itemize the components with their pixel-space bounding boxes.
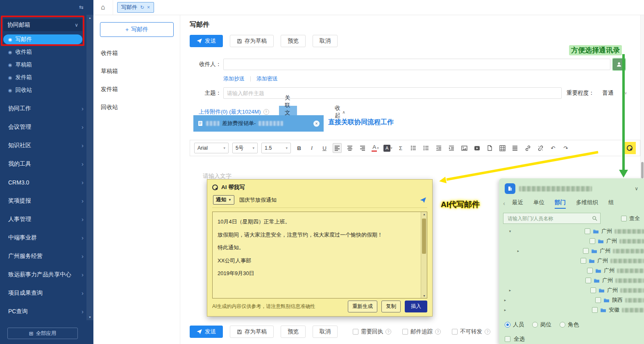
sidebar-item-pc-query[interactable]: PC查询› — [0, 302, 93, 321]
font-color-button[interactable]: A ▾ — [371, 143, 380, 153]
tree-checkbox[interactable] — [595, 297, 601, 303]
save-draft-button[interactable]: 存为草稿 — [230, 326, 274, 338]
sidebar-item-drafts[interactable]: ◉ 草稿箱 — [3, 60, 82, 70]
formula-button[interactable]: Σ — [396, 143, 405, 153]
ordered-list-button[interactable] — [409, 143, 418, 153]
radio-person[interactable]: 人员 — [505, 321, 524, 328]
tree-checkbox[interactable] — [587, 268, 593, 273]
tree-closed-icon[interactable]: ▸ — [503, 298, 507, 302]
scroll-up-icon[interactable]: ▲ — [421, 213, 427, 216]
scroll-up-icon[interactable]: ▲ — [86, 16, 93, 19]
related-doc-chip[interactable]: 差旅费报销单- × — [193, 115, 324, 132]
tree-row[interactable]: ▸ 陕西 — [499, 295, 644, 305]
sidebar-item-gz-service[interactable]: 广州服务经营› — [0, 247, 93, 265]
tree-row[interactable]: 广州 — [499, 236, 644, 246]
contact-search-input[interactable] — [507, 215, 590, 222]
sidebar-item-compose[interactable]: ◉ 写邮件 — [3, 34, 82, 44]
sidebar-item-crm[interactable]: CRM3.0› — [0, 173, 93, 191]
tab-department[interactable]: 部门 — [555, 199, 566, 209]
remove-link-button[interactable] — [536, 143, 545, 153]
tree-checkbox[interactable] — [590, 238, 595, 244]
underline-button[interactable]: U — [320, 143, 329, 153]
bullet-list-button[interactable] — [422, 143, 431, 153]
save-draft-button[interactable]: 存为草稿 — [230, 35, 274, 47]
folder-inbox[interactable]: 收件箱 — [93, 44, 180, 62]
search-all-checkbox[interactable] — [621, 216, 627, 221]
scroll-down-icon[interactable]: ▼ — [421, 294, 427, 297]
ai-insert-button[interactable]: 插入 — [405, 301, 427, 312]
select-all-row[interactable]: 全选 — [505, 335, 525, 343]
tree-row[interactable]: ▸ 广州 — [499, 285, 644, 295]
radio-dot[interactable] — [560, 322, 565, 328]
undo-button[interactable]: ↶ — [549, 143, 558, 153]
noforward-checkbox[interactable] — [452, 329, 458, 335]
track-checkbox[interactable] — [402, 329, 408, 335]
ai-send-icon[interactable] — [420, 197, 426, 203]
bold-button[interactable]: B — [295, 143, 304, 153]
all-apps-button[interactable]: ⊞ 全部应用 — [7, 328, 78, 339]
ai-assistant-button[interactable] — [624, 142, 636, 154]
radio-dot[interactable] — [505, 322, 510, 328]
option-track[interactable]: 邮件追踪 ? — [402, 328, 441, 335]
folder-sent[interactable]: 发件箱 — [93, 80, 180, 98]
folder-drafts[interactable]: 草稿箱 — [93, 62, 180, 80]
option-receipt[interactable]: 需要回执 ? — [353, 328, 391, 335]
folder-trash[interactable]: 回收站 — [93, 98, 180, 116]
sidebar-item-awards[interactable]: 奖项提报› — [0, 191, 93, 210]
sidebar-item-share-center[interactable]: 致远薪事力产品共享中心› — [0, 265, 93, 284]
preview-button[interactable]: 预览 — [281, 35, 306, 47]
tree-row[interactable]: 广州 — [499, 256, 644, 266]
ai-content-scrollbar[interactable]: ▲ ▼ — [421, 212, 427, 298]
align-right-button[interactable] — [358, 143, 367, 153]
sidebar-scrollbar[interactable]: ▲ ▼ — [86, 15, 93, 320]
italic-button[interactable]: I — [307, 143, 316, 153]
option-noforward[interactable]: 不可转发 ? — [452, 328, 490, 335]
radio-position[interactable]: 岗位 — [532, 321, 551, 328]
sidebar-item-trash[interactable]: ◉ 回收站 — [3, 85, 82, 95]
upload-attachment-tab[interactable]: 上传附件(0) (最大1024M) ? — [199, 108, 269, 116]
indent-button[interactable] — [447, 143, 456, 153]
tab-unit[interactable]: 单位 — [533, 199, 544, 209]
outdent-button[interactable] — [434, 143, 443, 153]
font-size-select[interactable]: 5号 ▾ — [232, 143, 258, 153]
tree-row[interactable]: 广州 — [499, 276, 644, 285]
tab-recent[interactable]: 最近 — [512, 199, 523, 209]
insert-link-button[interactable] — [523, 143, 532, 153]
cancel-button[interactable]: 取消 — [313, 326, 338, 338]
add-cc-link[interactable]: 添加抄送 — [223, 75, 245, 82]
sidebar-item-inbox[interactable]: ◉ 收件箱 — [3, 47, 82, 57]
remove-attachment-icon[interactable]: × — [313, 121, 320, 127]
recipient-input[interactable] — [223, 59, 610, 70]
tree-row[interactable]: ▸ 安徽 — [499, 305, 644, 315]
refresh-icon[interactable]: ↻ — [140, 5, 144, 10]
align-center-button[interactable] — [345, 143, 354, 153]
ai-regenerate-button[interactable]: 重新生成 — [348, 301, 377, 312]
line-height-select[interactable]: 1.5 ▾ — [261, 143, 291, 153]
sidebar-collapse-icon[interactable]: ⇆ — [79, 4, 84, 10]
receipt-checkbox[interactable] — [353, 329, 358, 335]
insert-image-button[interactable] — [460, 143, 469, 153]
scrollbar-thumb[interactable] — [422, 219, 426, 254]
sidebar-item-my-tools[interactable]: 我的工具› — [0, 155, 93, 173]
font-family-select[interactable]: Arial ▾ — [194, 143, 229, 153]
ai-copy-button[interactable]: 复制 — [381, 301, 401, 312]
ai-generated-content[interactable]: 10月4日（星期四）正常上班。 放假期间，请大家注意安全，注意节约，祝大家度过一… — [212, 212, 427, 298]
radio-role[interactable]: 角色 — [560, 321, 579, 328]
contact-org-header[interactable]: ∨ — [499, 178, 644, 196]
tree-checkbox[interactable] — [581, 258, 586, 264]
redo-button[interactable]: ↷ — [561, 143, 570, 153]
send-button[interactable]: 发送 — [190, 35, 223, 47]
background-color-button[interactable]: A ▾ — [383, 143, 392, 153]
sidebar-group-mailbox[interactable]: 协同邮箱 ∨ — [3, 19, 82, 31]
ai-type-select[interactable]: 通知 ▼ — [213, 195, 234, 205]
tree-checkbox[interactable] — [585, 278, 591, 283]
tree-open-icon[interactable]: ▾ — [508, 229, 512, 233]
scrollbar-thumb[interactable] — [641, 162, 644, 178]
select-all-checkbox[interactable] — [505, 336, 510, 342]
tree-closed-icon[interactable]: ▸ — [508, 288, 512, 292]
insert-file-button[interactable] — [485, 143, 494, 153]
sidebar-item-midend[interactable]: 中端事业群› — [0, 228, 93, 247]
subject-input[interactable] — [223, 87, 562, 99]
tree-row[interactable]: ▸ 广州 — [499, 246, 644, 256]
add-bcc-link[interactable]: 添加密送 — [256, 75, 278, 82]
